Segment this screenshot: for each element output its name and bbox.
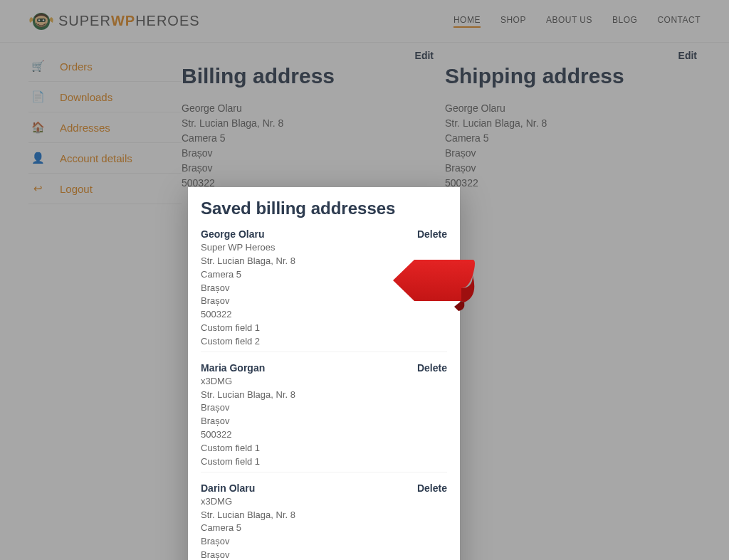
- saved-addresses-modal: Saved billing addresses DeleteGeorge Ola…: [188, 187, 460, 560]
- address-line: Brașov: [201, 295, 447, 308]
- address-line: Custom field 1: [201, 442, 447, 455]
- saved-address-entry: DeleteGeorge OlaruSuper WP HeroesStr. Lu…: [201, 228, 447, 349]
- address-line: Str. Lucian Blaga, Nr. 8: [201, 389, 447, 402]
- saved-address-name: Maria Gorgan: [201, 362, 447, 374]
- saved-address-name: George Olaru: [201, 228, 447, 240]
- address-line: 500322: [201, 308, 447, 322]
- address-line: Custom field 1: [201, 322, 447, 335]
- address-line: Str. Lucian Blaga, Nr. 8: [201, 509, 447, 522]
- delete-address-link[interactable]: Delete: [417, 482, 447, 494]
- address-line: Brașov: [201, 549, 447, 560]
- address-line: Brașov: [201, 415, 447, 428]
- address-line: 500322: [201, 428, 447, 442]
- delete-address-link[interactable]: Delete: [417, 362, 447, 374]
- address-line: Brașov: [201, 282, 447, 295]
- saved-address-entry: DeleteDarin Olarux3DMGStr. Lucian Blaga,…: [201, 472, 447, 560]
- modal-title: Saved billing addresses: [201, 199, 447, 218]
- address-line: Brașov: [201, 401, 447, 415]
- address-line: Super WP Heroes: [201, 241, 447, 255]
- delete-address-link[interactable]: Delete: [417, 228, 447, 240]
- address-line: Custom field 1: [201, 455, 447, 469]
- address-line: Camera 5: [201, 522, 447, 535]
- saved-address-name: Darin Olaru: [201, 482, 447, 494]
- address-line: Camera 5: [201, 268, 447, 282]
- address-line: Custom field 2: [201, 335, 447, 349]
- saved-address-entry: DeleteMaria Gorganx3DMGStr. Lucian Blaga…: [201, 352, 447, 469]
- address-line: x3DMG: [201, 495, 447, 509]
- address-line: Str. Lucian Blaga, Nr. 8: [201, 255, 447, 268]
- address-line: x3DMG: [201, 375, 447, 389]
- address-line: Brașov: [201, 535, 447, 549]
